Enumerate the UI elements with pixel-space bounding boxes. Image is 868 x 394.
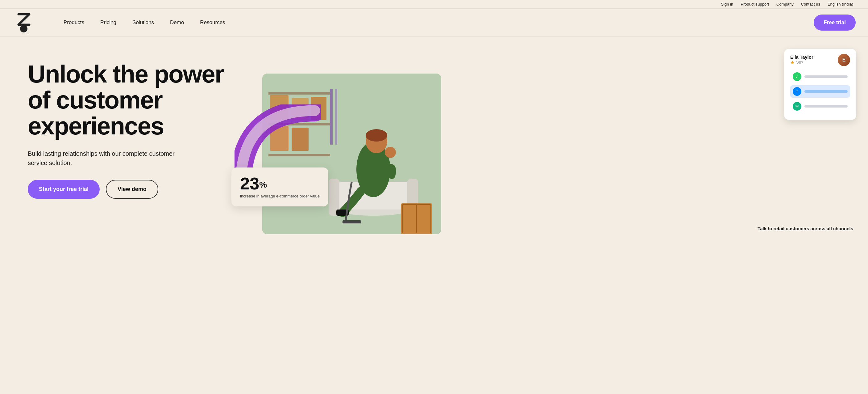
product-support-link[interactable]: Product support <box>741 2 769 6</box>
nav-demo[interactable]: Demo <box>162 9 192 36</box>
messenger-icon: f <box>793 87 801 96</box>
channel-row-email: ✉ <box>790 100 850 112</box>
nav-links: Products Pricing Solutions Demo Resource… <box>56 9 814 36</box>
svg-point-19 <box>366 129 387 142</box>
hero-buttons: Start your free trial View demo <box>28 180 231 199</box>
user-card-header: Ella Taylor ★ VIP E <box>790 54 850 66</box>
contact-us-link[interactable]: Contact us <box>801 2 820 6</box>
hero-bottom-text: Talk to retail customers across all chan… <box>674 226 853 231</box>
user-avatar: E <box>838 54 850 66</box>
svg-rect-12 <box>335 89 337 145</box>
user-vip: ★ VIP <box>790 60 813 65</box>
main-nav: zendesk Products Pricing Solutions Demo … <box>0 9 868 36</box>
hero-left: Unlock the power of customer experiences… <box>28 55 231 199</box>
hero-right: Ella Taylor ★ VIP E ✓ f ✉ <box>244 55 853 222</box>
channel-row-messenger: f <box>790 85 850 97</box>
messenger-bar <box>804 90 848 93</box>
email-icon: ✉ <box>793 102 801 111</box>
channel-row-whatsapp: ✓ <box>790 71 850 83</box>
vip-label: VIP <box>797 60 803 65</box>
svg-rect-25 <box>342 220 361 223</box>
zendesk-logo: zendesk <box>12 12 37 33</box>
svg-text:zendesk: zendesk <box>14 32 30 33</box>
free-trial-button[interactable]: Free trial <box>814 15 856 31</box>
top-bar: Sign in Product support Company Contact … <box>0 0 868 9</box>
nav-pricing[interactable]: Pricing <box>92 9 124 36</box>
svg-point-0 <box>20 25 28 32</box>
view-demo-button[interactable]: View demo <box>106 180 158 199</box>
user-name: Ella Taylor <box>790 54 813 60</box>
user-card: Ella Taylor ★ VIP E ✓ f ✉ <box>784 49 856 120</box>
stats-unit: % <box>259 179 267 189</box>
nav-solutions[interactable]: Solutions <box>124 9 162 36</box>
whatsapp-icon: ✓ <box>793 72 801 81</box>
logo-area[interactable]: zendesk <box>12 12 37 33</box>
stats-number: 23 <box>240 174 259 193</box>
nav-resources[interactable]: Resources <box>192 9 233 36</box>
star-icon: ★ <box>790 60 795 65</box>
stats-label: increase in average e-commerce order val… <box>240 193 320 199</box>
hero-title: Unlock the power of customer experiences <box>28 61 231 139</box>
start-trial-button[interactable]: Start your free trial <box>28 180 100 199</box>
svg-rect-3 <box>269 92 330 94</box>
signin-link[interactable]: Sign in <box>721 2 734 6</box>
nav-products[interactable]: Products <box>56 9 92 36</box>
svg-point-21 <box>385 147 396 158</box>
email-bar <box>804 105 848 108</box>
hero-section: Unlock the power of customer experiences… <box>0 36 868 234</box>
nav-right: Free trial <box>814 15 856 31</box>
language-selector[interactable]: English (India) <box>828 2 853 6</box>
company-link[interactable]: Company <box>776 2 794 6</box>
svg-rect-11 <box>330 89 333 145</box>
stats-card: 23% increase in average e-commerce order… <box>231 168 328 206</box>
hero-subtitle: Build lasting relationships with our com… <box>28 149 188 168</box>
whatsapp-bar <box>804 76 848 78</box>
stats-number-display: 23% <box>240 175 320 192</box>
